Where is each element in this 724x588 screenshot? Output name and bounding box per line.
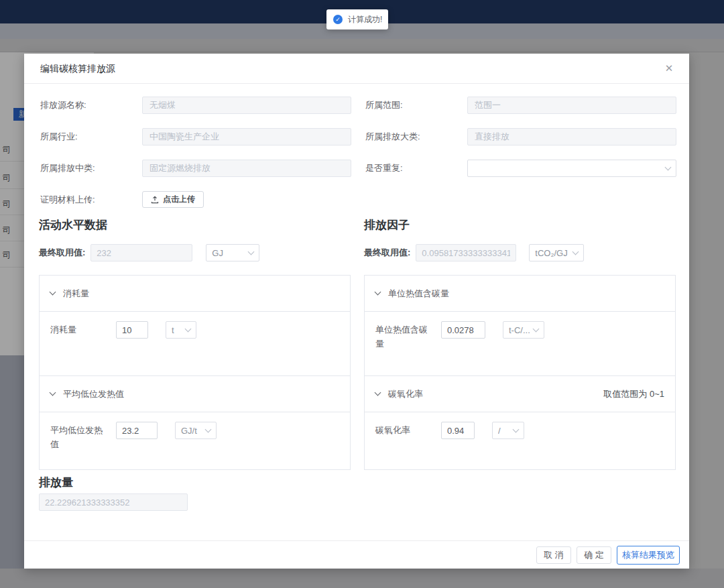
heating-value-input[interactable] xyxy=(116,422,158,439)
activity-final-label: 最终取用值: xyxy=(39,247,85,259)
chevron-down-icon xyxy=(513,426,520,432)
chevron-down-icon xyxy=(205,426,212,432)
emission-amount-field[interactable] xyxy=(39,493,188,511)
result-preview-button[interactable]: 核算结果预览 xyxy=(617,546,680,565)
factor-section-title: 排放因子 xyxy=(364,217,410,233)
toast-message: 计算成功! xyxy=(348,14,382,25)
oxidation-rate-panel-header[interactable]: 碳氧化率 取值范围为 0~1 xyxy=(365,376,675,412)
collapse-chevron-icon xyxy=(50,390,56,396)
form-row: 所属行业: 所属排放大类: xyxy=(24,128,689,145)
scope-label: 所属范围: xyxy=(365,97,467,114)
oxidation-rate-range-note: 取值范围为 0~1 xyxy=(603,388,664,400)
carbon-content-panel-header[interactable]: 单位热值含碳量 xyxy=(365,276,675,312)
activity-final-unit: GJ xyxy=(212,248,249,258)
consumption-field-label: 消耗量 xyxy=(50,321,109,337)
consumption-panel-header[interactable]: 消耗量 xyxy=(40,276,350,312)
cancel-button[interactable]: 取 消 xyxy=(536,546,571,564)
heating-value-unit-select[interactable]: GJ/t xyxy=(175,422,217,439)
form-row: 所属排放中类: 是否重复: xyxy=(24,160,689,177)
heating-value-panel-body: 平均低位发热值 GJ/t xyxy=(40,412,350,470)
consumption-panel-body: 消耗量 t xyxy=(40,312,350,376)
form-row: 排放源名称: 所属范围: xyxy=(24,97,689,114)
carbon-content-panel: 单位热值含碳量 单位热值含碳量 t-C/... 碳氧化率 取值范围为 0~1 碳… xyxy=(364,275,676,470)
industry-label: 所属行业: xyxy=(40,128,142,145)
oxidation-rate-unit-select[interactable]: / xyxy=(492,422,524,439)
source-name-label: 排放源名称: xyxy=(40,97,142,114)
factor-final-label: 最终取用值: xyxy=(364,247,410,259)
scope-field[interactable] xyxy=(467,97,676,114)
chevron-down-icon xyxy=(533,325,540,332)
factor-final-value-field[interactable] xyxy=(416,244,516,261)
middle-category-label: 所属排放中类: xyxy=(40,160,142,177)
carbon-content-field-label: 单位热值含碳量 xyxy=(375,321,434,351)
carbon-content-input[interactable] xyxy=(441,321,485,339)
factor-final-unit-select[interactable]: tCO₂/GJ xyxy=(529,244,584,261)
activity-final-unit-select[interactable]: GJ xyxy=(206,244,259,261)
dialog-title: 编辑碳核算排放源 xyxy=(40,54,115,84)
edit-emission-source-dialog: 编辑碳核算排放源 ✕ 排放源名称: 所属范围: 所属行业: 所属排放大类: 所属… xyxy=(24,54,689,569)
heating-value-panel-title: 平均低位发热值 xyxy=(63,388,124,400)
is-duplicate-select[interactable] xyxy=(467,160,676,177)
upload-button[interactable]: 点击上传 xyxy=(142,191,204,208)
collapse-chevron-icon xyxy=(375,390,381,396)
chevron-down-icon xyxy=(665,164,672,170)
carbon-content-unit-select[interactable]: t-C/... xyxy=(503,321,544,339)
oxidation-rate-unit: / xyxy=(498,426,514,436)
source-name-field[interactable] xyxy=(142,97,351,114)
consumption-unit: t xyxy=(172,325,186,335)
consumption-panel: 消耗量 消耗量 t 平均低位发热值 平均低位发热值 GJ/t xyxy=(39,275,351,470)
industry-field[interactable] xyxy=(142,128,351,145)
dialog-footer: 取 消 确 定 核算结果预览 xyxy=(24,540,689,569)
check-circle-icon: ✓ xyxy=(333,15,343,24)
upload-label: 证明材料上传: xyxy=(40,191,142,209)
consumption-input[interactable] xyxy=(116,321,148,339)
dialog-header: 编辑碳核算排放源 ✕ xyxy=(24,54,689,84)
activity-final-row: 最终取用值: GJ xyxy=(39,244,259,261)
consumption-unit-select[interactable]: t xyxy=(166,321,196,339)
confirm-button[interactable]: 确 定 xyxy=(577,546,611,564)
carbon-content-panel-body: 单位热值含碳量 t-C/... xyxy=(365,312,675,376)
collapse-chevron-icon xyxy=(50,289,56,296)
oxidation-rate-panel-body: 碳氧化率 / xyxy=(365,412,675,470)
oxidation-rate-field-label: 碳氧化率 xyxy=(375,422,434,438)
close-icon[interactable]: ✕ xyxy=(662,62,676,75)
emission-section-title: 排放量 xyxy=(39,475,73,490)
chevron-down-icon xyxy=(185,325,192,332)
factor-final-row: 最终取用值: tCO₂/GJ xyxy=(364,244,584,261)
collapse-chevron-icon xyxy=(375,289,381,296)
oxidation-rate-input[interactable] xyxy=(441,422,475,439)
major-category-label: 所属排放大类: xyxy=(365,128,467,145)
major-category-field[interactable] xyxy=(467,128,676,145)
middle-category-field[interactable] xyxy=(142,160,351,177)
form-row: 证明材料上传: 点击上传 xyxy=(24,191,689,209)
heating-value-panel-header[interactable]: 平均低位发热值 xyxy=(40,376,350,412)
activity-section-title: 活动水平数据 xyxy=(39,217,107,233)
consumption-panel-title: 消耗量 xyxy=(63,288,89,300)
carbon-content-panel-title: 单位热值含碳量 xyxy=(388,288,449,300)
upload-icon xyxy=(151,196,159,204)
carbon-content-unit: t-C/... xyxy=(509,325,534,335)
heating-value-field-label: 平均低位发热值 xyxy=(50,422,109,452)
oxidation-rate-panel-title: 碳氧化率 xyxy=(388,388,423,400)
upload-button-label: 点击上传 xyxy=(163,194,195,205)
success-toast: ✓ 计算成功! xyxy=(326,9,388,30)
is-duplicate-label: 是否重复: xyxy=(365,160,467,177)
heating-value-unit: GJ/t xyxy=(181,426,206,436)
chevron-down-icon xyxy=(248,248,255,255)
activity-final-value-field[interactable] xyxy=(90,244,192,261)
factor-final-unit: tCO₂/GJ xyxy=(535,248,573,258)
chevron-down-icon xyxy=(572,248,579,255)
